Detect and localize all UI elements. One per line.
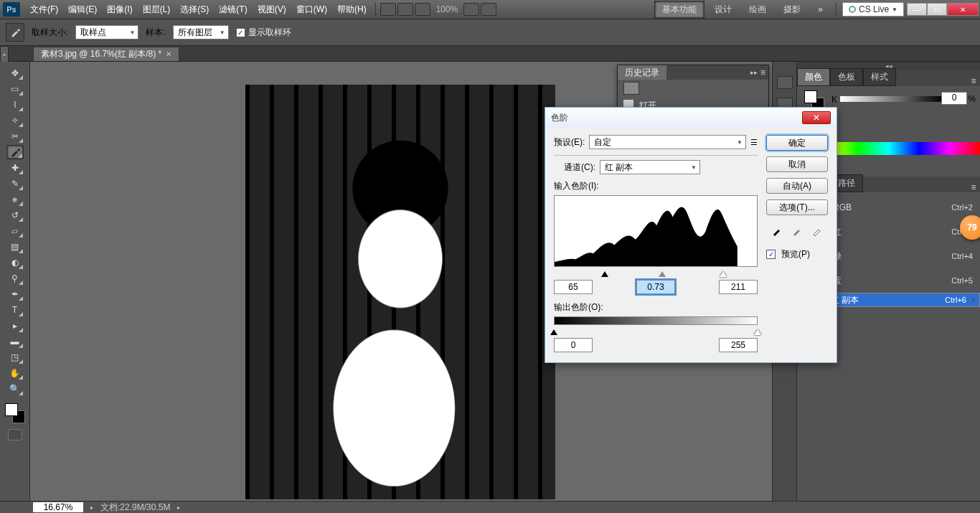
auto-button[interactable]: 自动(A): [766, 178, 828, 194]
dialog-close-button[interactable]: ✕: [802, 111, 831, 124]
levels-dialog[interactable]: 色阶 ✕ 预设(E): 自定 ☰ 通道(C): 红 副本 输入色阶(I):: [545, 107, 837, 363]
workspace-photography[interactable]: 摄影: [776, 1, 808, 18]
gradient-tool[interactable]: ▤: [6, 240, 24, 254]
bridge-icon[interactable]: [380, 3, 396, 16]
menu-filter[interactable]: 滤镜(T): [215, 1, 251, 19]
workspace-essentials[interactable]: 基本功能: [654, 1, 705, 19]
menu-window[interactable]: 窗口(W): [292, 1, 331, 19]
menu-edit[interactable]: 编辑(E): [64, 1, 101, 19]
menu-image[interactable]: 图像(I): [103, 1, 136, 19]
panel-menu-icon[interactable]: ≡: [760, 67, 765, 77]
preset-menu-icon[interactable]: ☰: [750, 138, 758, 147]
path-select-tool[interactable]: ▸: [6, 319, 24, 333]
options-button[interactable]: 选项(T)...: [766, 199, 828, 215]
workspace-more[interactable]: »: [811, 2, 830, 17]
3d-tool[interactable]: ◳: [6, 350, 24, 364]
notification-badge[interactable]: 79: [960, 215, 980, 240]
menu-file[interactable]: 文件(F): [26, 1, 62, 19]
menu-select[interactable]: 选择(S): [176, 1, 213, 19]
output-slider[interactable]: [554, 326, 758, 335]
collapsed-icon-1[interactable]: [777, 76, 793, 89]
show-ring-checkbox[interactable]: ✓显示取样环: [236, 27, 291, 39]
sample-size-select[interactable]: 取样点: [75, 25, 138, 39]
cslive-button[interactable]: CS Live▼: [842, 2, 904, 17]
mini-fg[interactable]: [804, 90, 817, 103]
quickmask-button[interactable]: [8, 429, 22, 441]
history-brush-tool[interactable]: ↺: [6, 208, 24, 222]
tab-swatches[interactable]: 色板: [830, 68, 863, 86]
panel-menu-icon[interactable]: ≡: [967, 182, 980, 192]
viewextras-icon[interactable]: [415, 3, 430, 16]
marquee-tool[interactable]: ▭: [6, 82, 24, 96]
zoom-arrow-icon[interactable]: ▸: [90, 504, 93, 511]
panel-menu-icon[interactable]: ≡: [967, 76, 980, 86]
black-eyedropper[interactable]: [770, 224, 784, 238]
minimize-button[interactable]: —: [907, 3, 927, 16]
history-snapshot[interactable]: [618, 80, 768, 97]
blur-tool[interactable]: ◐: [6, 255, 24, 270]
output-white-field[interactable]: [719, 338, 758, 352]
white-eyedropper[interactable]: [810, 224, 824, 238]
k-slider[interactable]: [840, 96, 943, 102]
type-tool[interactable]: T: [6, 303, 24, 317]
expand-toolbox-button[interactable]: »: [0, 46, 9, 63]
close-button[interactable]: ✕: [947, 3, 979, 16]
arrange-icon[interactable]: [463, 3, 479, 16]
tab-color[interactable]: 颜色: [797, 68, 830, 86]
color-swatch[interactable]: [5, 403, 25, 423]
tool-preset-icon[interactable]: [6, 23, 24, 42]
screenmode-icon[interactable]: [481, 3, 496, 16]
output-white-slider[interactable]: [754, 326, 761, 335]
k-value-input[interactable]: 0: [941, 92, 967, 105]
dialog-titlebar[interactable]: 色阶 ✕: [545, 108, 837, 128]
input-gamma-field[interactable]: [636, 280, 675, 294]
status-arrow-icon[interactable]: ▸: [177, 504, 180, 511]
output-black-field[interactable]: [554, 338, 593, 352]
output-gradient[interactable]: [554, 316, 758, 325]
magic-wand-tool[interactable]: ✧: [6, 113, 24, 128]
shape-tool[interactable]: ▬: [6, 334, 24, 349]
preset-select[interactable]: 自定: [589, 135, 746, 149]
minibridge-icon[interactable]: [397, 3, 413, 16]
dodge-tool[interactable]: ⚲: [6, 271, 24, 286]
gray-eyedropper[interactable]: [790, 224, 804, 238]
panel-collapse-icon[interactable]: ▸▸: [750, 69, 758, 76]
stamp-tool[interactable]: ⎈: [6, 192, 24, 207]
zoom-tool[interactable]: 🔍: [6, 382, 24, 396]
channel-select[interactable]: 红 副本: [600, 160, 700, 174]
move-tool[interactable]: ✥: [6, 66, 24, 80]
black-point-slider[interactable]: [601, 268, 608, 277]
workspace-design[interactable]: 设计: [707, 1, 739, 18]
hand-tool[interactable]: ✋: [6, 366, 24, 380]
zoom-field[interactable]: 16.67%: [33, 502, 83, 512]
sample-select[interactable]: 所有图层: [173, 25, 229, 39]
input-white-field[interactable]: [719, 280, 758, 294]
lasso-tool[interactable]: ⌇: [6, 98, 24, 112]
tab-styles[interactable]: 样式: [863, 68, 896, 86]
foreground-color[interactable]: [5, 403, 18, 416]
input-black-field[interactable]: [554, 280, 593, 294]
check-icon: ✓: [766, 250, 776, 259]
healing-tool[interactable]: ✚: [6, 161, 24, 175]
workspace-painting[interactable]: 绘画: [742, 1, 773, 18]
gamma-slider[interactable]: [659, 268, 666, 277]
menu-layer[interactable]: 图层(L): [138, 1, 175, 19]
ok-button[interactable]: 确定: [766, 135, 828, 151]
restore-button[interactable]: ▭: [927, 3, 947, 16]
menu-view[interactable]: 视图(V): [253, 1, 291, 19]
cancel-button[interactable]: 取消: [766, 156, 828, 172]
zoom-level[interactable]: 100%: [432, 1, 463, 17]
crop-tool[interactable]: ✂: [6, 129, 24, 143]
document-tab[interactable]: 素材3.jpg @ 16.7%(红 副本/8) * ✕: [33, 47, 179, 61]
preview-checkbox[interactable]: ✓ 预览(P): [766, 248, 828, 260]
close-tab-icon[interactable]: ✕: [166, 50, 171, 58]
eyedropper-tool[interactable]: [6, 145, 24, 159]
output-black-slider[interactable]: [550, 326, 557, 335]
input-slider[interactable]: [554, 268, 758, 277]
white-point-slider[interactable]: [720, 268, 727, 277]
tab-history[interactable]: 历史记录: [618, 65, 666, 80]
pen-tool[interactable]: ✒: [6, 287, 24, 301]
eraser-tool[interactable]: ▱: [6, 224, 24, 238]
menu-help[interactable]: 帮助(H): [333, 1, 371, 19]
brush-tool[interactable]: ✎: [6, 177, 24, 191]
